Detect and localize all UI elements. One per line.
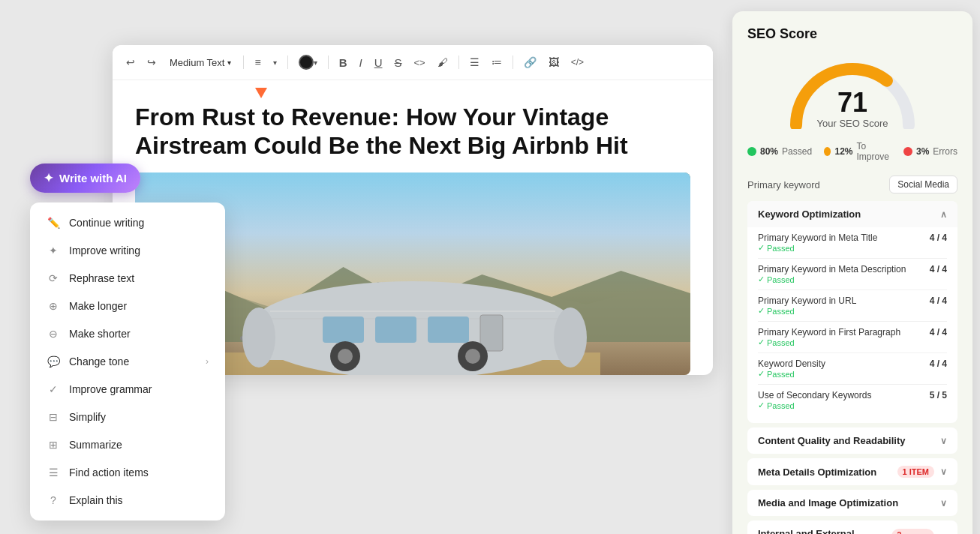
linking-section: Internal and External Linking 2 ITEMS ∨ <box>747 520 957 534</box>
media-image-header[interactable]: Media and Image Optimization ∨ <box>747 490 957 516</box>
chevron-down-icon: ∨ <box>940 466 947 477</box>
color-chevron: ▾ <box>314 58 317 67</box>
ai-menu: ✏️ Continue writing ✦ Improve writing ⟳ … <box>30 202 225 520</box>
link-button[interactable]: 🔗 <box>521 54 540 70</box>
ai-sparkle-icon: ✦ <box>44 171 53 185</box>
seo-gauge: 71 Your SEO Score <box>747 54 957 129</box>
separator <box>287 56 288 69</box>
color-picker-button[interactable]: ▾ <box>296 52 320 72</box>
code-inline-button[interactable]: <> <box>411 55 428 70</box>
bullet-list-button[interactable]: ☰ <box>467 54 482 70</box>
stat-passed: 80% Passed <box>747 141 812 162</box>
seo-row-secondary-keywords: Use of Secondary Keywords ✓Passed 5 / 5 <box>758 385 947 416</box>
image-button[interactable]: 🖼 <box>546 54 562 70</box>
menu-item-make-longer[interactable]: ⊕ Make longer <box>33 292 222 320</box>
svg-point-16 <box>554 308 587 368</box>
separator <box>458 56 459 69</box>
seo-score-label: Your SEO Score <box>817 118 888 129</box>
menu-item-find-action-items[interactable]: ☰ Find action items <box>33 459 222 486</box>
meta-details-badge: 1 ITEM <box>897 466 934 478</box>
bold-button[interactable]: B <box>336 54 350 71</box>
primary-keyword-label: Primary keyword <box>747 179 820 190</box>
menu-item-simplify[interactable]: ⊟ Simplify <box>33 404 222 430</box>
airstream-svg <box>225 255 600 375</box>
text-style-dropdown[interactable]: Medium Text ▾ <box>165 55 236 70</box>
rephrase-icon: ⟳ <box>47 272 60 285</box>
separator <box>243 56 244 69</box>
write-ai-button[interactable]: ✦ Write with AI <box>30 164 140 193</box>
sparkle-icon: ✦ <box>47 244 60 257</box>
menu-item-explain[interactable]: ? Explain this <box>33 487 222 514</box>
content-quality-section: Content Quality and Readability ∨ <box>747 428 957 454</box>
separator <box>328 56 329 69</box>
meta-details-header[interactable]: Meta Details Optimization 1 ITEM ∨ <box>747 458 957 485</box>
chevron-down-icon: ▾ <box>227 58 231 67</box>
menu-item-continue-writing[interactable]: ✏️ Continue writing <box>33 209 222 236</box>
explain-icon: ? <box>47 494 60 507</box>
keyword-optimization-header[interactable]: Keyword Optimization ∧ <box>747 201 957 227</box>
grammar-icon: ✓ <box>47 382 60 396</box>
article-title[interactable]: From Rust to Revenue: How Your Vintage A… <box>135 103 690 160</box>
linking-header[interactable]: Internal and External Linking 2 ITEMS ∨ <box>747 520 957 534</box>
stat-errors: 3% Errors <box>903 141 957 162</box>
svg-rect-10 <box>480 315 503 351</box>
linking-badge: 2 ITEMS <box>891 529 934 534</box>
zoom-in-icon: ⊕ <box>47 299 60 313</box>
stat-to-improve: 12% To Improve <box>824 141 891 162</box>
redo-button[interactable]: ↪ <box>144 54 159 70</box>
seo-score-number: 71 <box>817 89 888 116</box>
underline-button[interactable]: U <box>371 54 386 71</box>
tone-icon: 💬 <box>47 355 60 368</box>
zoom-out-icon: ⊖ <box>47 327 60 340</box>
keyword-optimization-body: Primary Keyword in Meta Title ✓Passed 4 … <box>747 227 957 423</box>
menu-item-rephrase[interactable]: ⟳ Rephrase text <box>33 265 222 292</box>
simplify-icon: ⊟ <box>47 410 60 424</box>
seo-row-meta-desc: Primary Keyword in Meta Description ✓Pas… <box>758 259 947 290</box>
seo-row-density: Keyword Density ✓Passed 4 / 4 <box>758 353 947 385</box>
primary-keyword-row: Primary keyword Social Media <box>747 176 957 194</box>
strikethrough-button[interactable]: S <box>392 54 405 71</box>
menu-item-improve-writing[interactable]: ✦ Improve writing <box>33 237 222 264</box>
svg-rect-9 <box>428 316 469 343</box>
menu-item-summarize[interactable]: ⊞ Summarize <box>33 431 222 458</box>
chevron-up-icon: ∧ <box>940 209 947 220</box>
errors-dot <box>903 147 912 156</box>
code-block-button[interactable]: </> <box>568 55 587 70</box>
line-height-chevron[interactable]: ▾ <box>270 56 280 69</box>
social-media-button[interactable]: Social Media <box>889 176 957 194</box>
passed-dot <box>747 147 756 156</box>
summarize-icon: ⊞ <box>47 438 60 452</box>
chevron-right-icon: › <box>206 356 209 367</box>
italic-button[interactable]: I <box>356 54 365 71</box>
undo-button[interactable]: ↩ <box>123 54 138 70</box>
seo-row-first-paragraph: Primary Keyword in First Paragraph ✓Pass… <box>758 322 947 353</box>
seo-title: SEO Score <box>747 26 957 42</box>
text-cursor <box>255 88 267 98</box>
keyword-optimization-section: Keyword Optimization ∧ Primary Keyword i… <box>747 201 957 423</box>
content-quality-header[interactable]: Content Quality and Readability ∨ <box>747 428 957 454</box>
list-icon: ☰ <box>47 466 60 479</box>
seo-panel: SEO Score 71 Your SEO Score 80% Passed 1… <box>732 11 972 534</box>
svg-rect-8 <box>375 316 416 343</box>
svg-point-14 <box>465 349 480 364</box>
menu-item-change-tone[interactable]: 💬 Change tone › <box>33 348 222 375</box>
svg-point-12 <box>338 349 353 364</box>
line-height-button[interactable]: ≡ <box>251 54 263 70</box>
paint-button[interactable]: 🖌 <box>434 54 451 70</box>
seo-row-url: Primary Keyword in URL ✓Passed 4 / 4 <box>758 290 947 322</box>
menu-item-improve-grammar[interactable]: ✓ Improve grammar <box>33 376 222 403</box>
pencil-icon: ✏️ <box>47 216 60 230</box>
svg-point-17 <box>242 308 275 368</box>
improve-dot <box>824 147 831 156</box>
svg-rect-7 <box>323 316 364 343</box>
seo-row-meta-title: Primary Keyword in Meta Title ✓Passed 4 … <box>758 227 947 259</box>
media-image-section: Media and Image Optimization ∨ <box>747 490 957 516</box>
chevron-down-icon: ∨ <box>940 436 947 446</box>
seo-stats: 80% Passed 12% To Improve 3% Errors <box>747 141 957 162</box>
meta-details-section: Meta Details Optimization 1 ITEM ∨ <box>747 458 957 485</box>
color-circle <box>299 55 314 70</box>
ordered-list-button[interactable]: ≔ <box>488 54 505 70</box>
gauge-score: 71 Your SEO Score <box>817 89 888 129</box>
separator <box>513 56 513 69</box>
menu-item-make-shorter[interactable]: ⊖ Make shorter <box>33 320 222 347</box>
